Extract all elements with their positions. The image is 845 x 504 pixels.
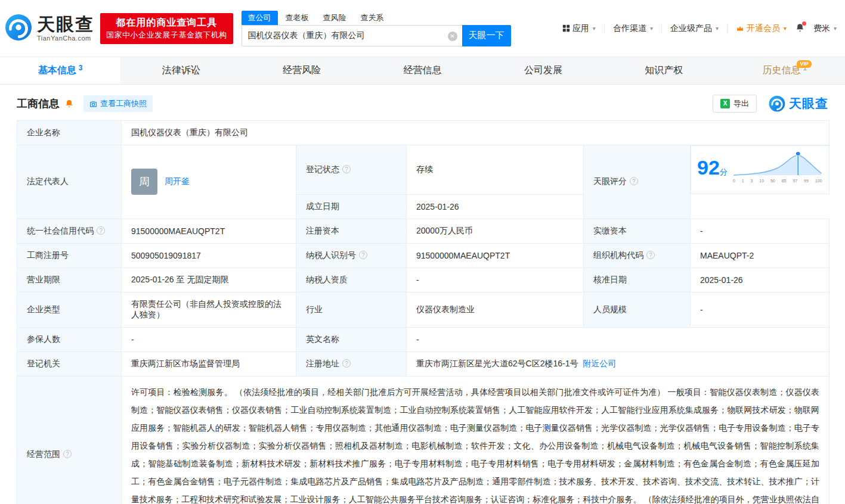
credit-code-value: 91500000MAEAUQPT2T — [122, 219, 296, 243]
logo-subtitle: TianYanCha.com — [37, 35, 94, 42]
slogan-banner: 都在用的商业查询工具 国家中小企业发展子基金旗下机构 — [100, 13, 233, 44]
tab-operation-info[interactable]: 经营信息 — [362, 57, 482, 84]
tab-legal-litigation-label: 法律诉讼 — [162, 64, 200, 77]
nav-separator — [727, 24, 728, 33]
reg-authority-value: 重庆两江新区市场监督管理局 — [122, 351, 296, 376]
help-icon[interactable] — [342, 165, 351, 173]
reg-number-label: 工商注册号 — [17, 243, 122, 267]
insured-label: 参保人数 — [17, 327, 122, 351]
taxpayer-id-value: 91500000MAEAUQPT2T — [407, 243, 584, 267]
reg-capital-value: 20000万人民币 — [407, 219, 584, 243]
help-icon[interactable] — [63, 450, 72, 458]
nav-open-vip[interactable]: 开通会员 — [736, 23, 787, 34]
section-header: 工商信息 查看工商快照 导出 天眼查 — [17, 95, 828, 113]
tab-intellectual-property-label: 知识产权 — [645, 64, 683, 77]
snapshot-button[interactable]: 查看工商快照 — [83, 95, 153, 112]
search-input-wrap — [242, 25, 462, 46]
taxpayer-id-label-text: 纳税人识别号 — [306, 250, 356, 260]
company-type-value: 有限责任公司（非自然人投资或控股的法人独资） — [122, 292, 296, 327]
camera-icon — [89, 100, 97, 108]
legal-rep-label: 法定代表人 — [17, 145, 122, 219]
business-term-label: 营业期限 — [17, 267, 122, 292]
search-input[interactable] — [242, 26, 462, 46]
legal-rep-avatar[interactable]: 周 — [131, 169, 157, 195]
table-row: 统一社会信用代码 91500000MAEAUQPT2T 注册资本 20000万人… — [17, 219, 829, 243]
approval-date-value: 2025-01-26 — [691, 267, 829, 292]
staff-size-value: - — [691, 292, 829, 327]
taxpayer-id-label: 纳税人识别号 — [296, 243, 407, 267]
tab-basic-info-label: 基本信息 — [38, 64, 76, 77]
tab-basic-info[interactable]: 基本信息 3 — [0, 57, 120, 84]
score-axis-ticks: 0131050859799100 — [732, 179, 823, 183]
establish-date-label: 成立日期 — [296, 194, 407, 219]
tab-operation-risk[interactable]: 经营风险 — [242, 57, 362, 84]
slogan-line1: 都在用的商业查询工具 — [106, 16, 227, 29]
tab-intellectual-property[interactable]: 知识产权 — [603, 57, 724, 84]
business-scope-text: 许可项目：检验检测服务。 （依法须经批准的项目，经相关部门批准后方可开展经营活动… — [131, 383, 819, 504]
paid-capital-value: - — [691, 219, 829, 243]
tianyancha-logo-icon — [5, 14, 32, 43]
tab-history-info[interactable]: 历史信息 1 VIP — [725, 57, 845, 84]
monitor-bell-icon[interactable] — [64, 99, 74, 108]
table-row: 企业名称 国机仪器仪表（重庆）有限公司 — [17, 121, 829, 145]
help-icon[interactable] — [359, 251, 367, 259]
business-scope-value: 许可项目：检验检测服务。 （依法须经批准的项目，经相关部门批准后方可开展经营活动… — [122, 376, 829, 504]
business-term-value: 2025-01-26 至 无固定期限 — [122, 267, 296, 292]
score-cell: 92分 0131050859799100 — [691, 145, 829, 194]
search-button[interactable]: 天眼一下 — [462, 25, 511, 46]
nav-separator — [661, 24, 662, 33]
reg-status-value: 存续 — [407, 145, 584, 195]
search-tab-relation[interactable]: 查关系 — [354, 11, 391, 25]
nav-enterprise-products[interactable]: 企业级产品 — [670, 23, 719, 34]
tab-legal-litigation[interactable]: 法律诉讼 — [120, 57, 241, 84]
help-icon[interactable] — [630, 177, 638, 185]
org-code-value: MAEAUQPT-2 — [691, 243, 829, 267]
table-row: 企业类型 有限责任公司（非自然人投资或控股的法人独资） 行业 仪器仪表制造业 人… — [17, 292, 829, 327]
tab-company-development[interactable]: 公司发展 — [483, 57, 603, 84]
search-tab-boss[interactable]: 查老板 — [279, 11, 315, 25]
credit-code-label: 统一社会信用代码 — [17, 219, 122, 243]
nav-user[interactable]: 费米 — [813, 23, 837, 34]
export-button[interactable]: 导出 — [713, 95, 757, 113]
industry-label: 行业 — [296, 292, 407, 327]
english-name-label: 英文名称 — [296, 327, 407, 351]
nav-cooperation[interactable]: 合作渠道 — [613, 23, 653, 34]
business-info-table: 企业名称 国机仪器仪表（重庆）有限公司 法定代表人 周 周开釜 登记状态 存续 … — [17, 120, 829, 504]
help-icon[interactable] — [97, 226, 105, 235]
table-row: 法定代表人 周 周开釜 登记状态 存续 天眼评分 92分 — [17, 145, 829, 195]
nearby-companies-link[interactable]: 附近公司 — [583, 359, 616, 368]
notification-bell-icon[interactable] — [795, 23, 805, 35]
score-label: 天眼评分 — [584, 145, 691, 219]
help-icon[interactable] — [342, 359, 351, 368]
credit-code-label-text: 统一社会信用代码 — [27, 226, 94, 235]
watermark-brand: 天眼查 — [769, 95, 828, 112]
snapshot-button-label: 查看工商快照 — [100, 98, 147, 109]
tab-history-info-label: 历史信息 — [762, 64, 800, 77]
table-row: 工商注册号 500905019091817 纳税人识别号 91500000MAE… — [17, 243, 829, 267]
reg-number-value: 500905019091817 — [122, 243, 296, 267]
staff-size-label: 人员规模 — [584, 292, 691, 327]
table-row: 登记机关 重庆两江新区市场监督管理局 注册地址 重庆市两江新区星光大道62号C区… — [17, 351, 829, 376]
company-type-label: 企业类型 — [17, 292, 122, 327]
score-label-text: 天眼评分 — [593, 176, 627, 186]
tianyancha-logo[interactable]: 天眼查 TianYanCha.com — [5, 14, 94, 43]
industry-value: 仪器仪表制造业 — [407, 292, 584, 327]
score-curve-icon — [732, 150, 823, 177]
top-nav: 应用 合作渠道 企业级产品 开通会员 费米 — [562, 23, 837, 35]
nav-user-label: 费米 — [813, 23, 830, 34]
clear-search-icon[interactable] — [448, 32, 457, 41]
help-icon[interactable] — [646, 251, 655, 259]
export-button-label: 导出 — [733, 98, 749, 109]
nav-apps[interactable]: 应用 — [562, 23, 596, 34]
vip-badge: VIP — [797, 60, 812, 68]
search-tabs: 查公司 查老板 查风险 查关系 — [242, 11, 511, 25]
insured-value: - — [122, 327, 296, 351]
watermark-brand-name: 天眼查 — [789, 95, 828, 112]
search-tab-risk[interactable]: 查风险 — [317, 11, 353, 25]
english-name-value: - — [407, 327, 829, 351]
logo-title: 天眼查 — [37, 15, 94, 33]
search-tab-company[interactable]: 查公司 — [242, 11, 278, 25]
legal-rep-link[interactable]: 周开釜 — [165, 176, 190, 187]
top-header: 天眼查 TianYanCha.com 都在用的商业查询工具 国家中小企业发展子基… — [0, 0, 845, 57]
score-number: 92 — [697, 156, 720, 179]
